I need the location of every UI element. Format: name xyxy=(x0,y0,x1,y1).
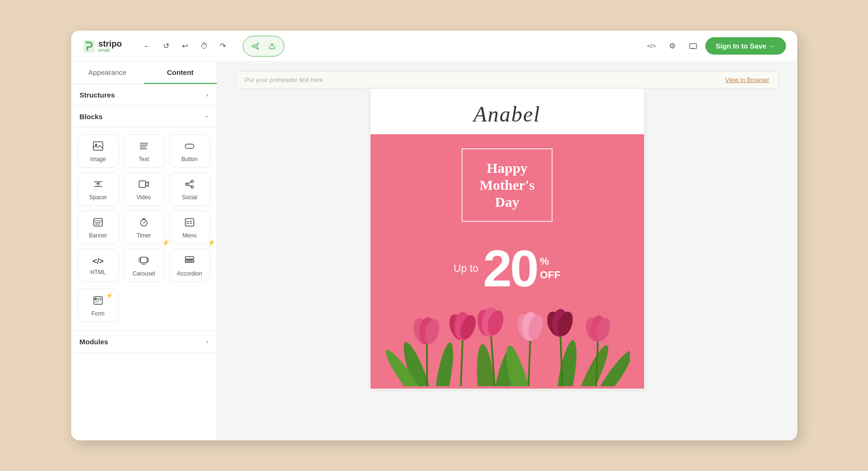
structures-chevron: › xyxy=(206,91,208,98)
accordion-premium-badge: ⚡ xyxy=(207,239,215,246)
block-form[interactable]: ⚡ Form xyxy=(78,289,119,322)
tab-appearance[interactable]: Appearance xyxy=(71,62,144,84)
modules-chevron: › xyxy=(206,338,208,345)
structures-section[interactable]: Structures › xyxy=(71,84,217,106)
svg-rect-14 xyxy=(139,181,146,187)
mothers-day-line1: Happy xyxy=(487,160,528,176)
svg-rect-34 xyxy=(139,258,141,262)
logo-stripo: stripo xyxy=(99,40,122,48)
pink-promo-section: Happy Mother's Day Up to 20 % xyxy=(371,134,644,389)
block-text[interactable]: Text xyxy=(124,134,165,168)
back-button[interactable]: ← xyxy=(139,38,156,55)
svg-point-49 xyxy=(431,341,457,386)
svg-rect-1 xyxy=(692,48,694,49)
timer-icon xyxy=(139,218,149,228)
button-label: Button xyxy=(182,156,198,162)
svg-rect-33 xyxy=(141,257,147,263)
app-window: stripo email ← ↺ ↩ ⏱ ↷ xyxy=(71,31,797,440)
preheader-text[interactable]: Put your preheader text here xyxy=(245,76,323,83)
email-wrapper: Put your preheader text here View in Bro… xyxy=(217,62,797,440)
svg-point-15 xyxy=(191,180,194,183)
block-spacer[interactable]: Spacer xyxy=(78,172,119,206)
device-preview-button[interactable] xyxy=(685,38,702,55)
mothers-day-text: Happy Mother's Day xyxy=(479,160,535,211)
blocks-chevron: › xyxy=(204,115,211,117)
svg-rect-35 xyxy=(147,258,149,262)
modules-header[interactable]: Modules › xyxy=(71,331,217,353)
structures-label: Structures xyxy=(80,91,115,99)
modules-section: Modules › xyxy=(71,331,217,353)
image-label: Image xyxy=(90,156,106,162)
logo-email: email xyxy=(99,48,122,53)
svg-line-19 xyxy=(188,185,191,187)
mothers-day-box: Happy Mother's Day xyxy=(462,148,553,222)
accordion-icon xyxy=(184,256,195,267)
block-carousel[interactable]: ⚡ Carousel xyxy=(124,249,165,282)
banner-label: Banner xyxy=(89,232,107,239)
share-icon xyxy=(268,42,276,50)
block-accordion[interactable]: ⚡ Accordion xyxy=(169,249,210,282)
block-menu[interactable]: Menu xyxy=(169,211,210,244)
spacer-label: Spacer xyxy=(89,194,107,201)
form-label: Form xyxy=(91,310,105,317)
modules-label: Modules xyxy=(80,338,108,346)
svg-point-53 xyxy=(552,339,580,386)
history-button[interactable]: ⏱ xyxy=(196,38,213,55)
block-video[interactable]: Video xyxy=(124,172,165,206)
svg-point-38 xyxy=(145,264,146,265)
svg-point-37 xyxy=(143,264,145,265)
block-banner[interactable]: Banner xyxy=(78,211,119,244)
block-timer[interactable]: Timer xyxy=(124,211,165,244)
svg-rect-39 xyxy=(185,257,194,259)
mothers-day-line2: Mother's xyxy=(479,177,535,193)
social-icon xyxy=(184,179,195,190)
mothers-day-wrapper: Happy Mother's Day xyxy=(385,148,630,231)
blocks-grid: Image Text xyxy=(71,128,217,289)
accordion-label: Accordion xyxy=(177,270,202,277)
block-html[interactable]: </> HTML xyxy=(78,249,119,282)
mothers-day-line3: Day xyxy=(495,194,520,210)
block-button[interactable]: Button xyxy=(169,134,210,168)
view-in-browser[interactable]: View in Browser xyxy=(726,76,769,83)
blocks-label: Blocks xyxy=(80,113,103,121)
text-icon xyxy=(139,141,149,152)
promo-upto: Up to xyxy=(454,262,479,275)
svg-point-17 xyxy=(186,183,188,186)
logo: stripo email xyxy=(83,39,122,54)
html-icon: </> xyxy=(92,258,103,265)
top-bar: stripo email ← ↺ ↩ ⏱ ↷ xyxy=(71,31,797,62)
sidebar-tabs: Appearance Content xyxy=(71,62,217,84)
promo-percent: % xyxy=(540,255,561,268)
undo-button[interactable]: ↩ xyxy=(177,38,194,55)
device-icon xyxy=(689,42,697,50)
block-image[interactable]: Image xyxy=(78,134,119,168)
email-content: Anabel Happy Mother's Day xyxy=(371,89,644,389)
refresh-button[interactable]: ↺ xyxy=(158,38,175,55)
social-label: Social xyxy=(182,194,198,201)
image-icon xyxy=(93,141,103,152)
form-row: ⚡ Form xyxy=(71,289,217,329)
carousel-label: Carousel xyxy=(132,270,155,277)
timer-label: Timer xyxy=(137,232,151,239)
email-header: Anabel xyxy=(371,89,644,134)
svg-point-27 xyxy=(143,222,144,223)
nav-toolbar: ← ↺ ↩ ⏱ ↷ xyxy=(139,38,231,55)
sign-in-button[interactable]: Sign In to Save → xyxy=(705,37,786,55)
block-social[interactable]: Social xyxy=(169,172,210,206)
tab-content[interactable]: Content xyxy=(144,62,217,84)
settings-button[interactable]: ⚙ xyxy=(664,38,681,55)
html-label: HTML xyxy=(91,269,106,276)
svg-line-18 xyxy=(188,182,191,184)
redo-button[interactable]: ↷ xyxy=(215,38,231,55)
share-button[interactable] xyxy=(264,38,280,54)
preview-area: Put your preheader text here View in Bro… xyxy=(217,62,797,440)
menu-label: Menu xyxy=(182,232,197,239)
code-button[interactable]: </> xyxy=(643,38,660,55)
text-label: Text xyxy=(139,156,149,162)
send-button[interactable] xyxy=(247,38,263,54)
tulips-svg xyxy=(385,285,630,386)
brand-name: Anabel xyxy=(380,102,635,127)
blocks-header[interactable]: Blocks › xyxy=(71,106,217,128)
tulips-image xyxy=(385,285,630,389)
svg-point-36 xyxy=(142,264,143,265)
